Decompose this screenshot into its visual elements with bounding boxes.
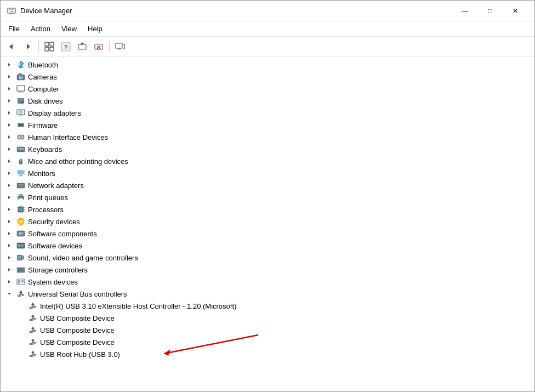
- usb-expand-btn[interactable]: [5, 289, 14, 298]
- firmware-expand-btn[interactable]: [5, 121, 14, 129]
- svg-rect-14: [78, 44, 86, 49]
- usb-root-hub-icon: [28, 349, 38, 359]
- svg-marker-22: [8, 63, 10, 66]
- tree-item-usb-composite-1[interactable]: USB Composite Device: [1, 312, 534, 324]
- tree-item-disk-drives[interactable]: Disk drives: [1, 95, 534, 107]
- usb-intel-label: Intel(R) USB 3.10 eXtensible Host Contro…: [40, 302, 236, 310]
- display-adapters-expand-btn[interactable]: [5, 109, 14, 117]
- svg-rect-28: [19, 73, 21, 75]
- svg-marker-24: [8, 75, 10, 78]
- network-adapters-icon: [16, 180, 26, 190]
- computer-expand-btn[interactable]: [5, 84, 14, 93]
- cameras-expand-btn[interactable]: [5, 72, 14, 81]
- security-devices-icon: [16, 217, 26, 226]
- tree-item-system-devices[interactable]: System devices: [1, 276, 534, 288]
- toolbar-separator-1: [38, 41, 39, 52]
- tree-item-usb-root-hub[interactable]: USB Root Hub (USB 3.0): [1, 348, 534, 360]
- tree-item-usb[interactable]: Universal Serial Bus controllers: [1, 288, 534, 300]
- storage-icon: [16, 265, 26, 275]
- tree-item-mice[interactable]: Mice and other pointing devices: [1, 155, 534, 167]
- sound-expand-btn[interactable]: [5, 253, 14, 262]
- back-button[interactable]: [4, 39, 19, 54]
- uninstall-icon: [94, 42, 104, 52]
- svg-rect-68: [19, 176, 23, 177]
- svg-text:?: ?: [64, 43, 68, 50]
- tree-item-hid[interactable]: Human Interface Devices: [1, 131, 534, 143]
- tree-item-storage[interactable]: Storage controllers: [1, 264, 534, 276]
- close-button[interactable]: ✕: [503, 2, 528, 20]
- svg-marker-138: [31, 327, 35, 329]
- forward-button[interactable]: [20, 39, 36, 54]
- svg-rect-76: [19, 198, 23, 201]
- tree-item-firmware[interactable]: Firmware: [1, 119, 534, 131]
- bluetooth-expand-btn[interactable]: [5, 60, 14, 69]
- svg-rect-11: [50, 47, 54, 51]
- device-tree[interactable]: BluetoothCamerasComputerDisk drivesDispl…: [1, 56, 534, 391]
- svg-rect-54: [18, 148, 19, 149]
- bluetooth-label: Bluetooth: [28, 61, 58, 69]
- tree-item-print-queues[interactable]: Print queues: [1, 191, 534, 203]
- menu-view[interactable]: View: [56, 22, 82, 35]
- mice-expand-btn[interactable]: [5, 157, 14, 166]
- software-devices-label: Software devices: [28, 242, 82, 250]
- tree-item-usb-intel[interactable]: Intel(R) USB 3.10 eXtensible Host Contro…: [1, 300, 534, 312]
- system-devices-expand-btn[interactable]: [5, 277, 14, 286]
- cameras-label: Cameras: [28, 73, 57, 81]
- toolbar-separator-2: [109, 41, 110, 52]
- svg-marker-144: [31, 339, 35, 341]
- svg-marker-120: [19, 291, 22, 293]
- usb-composite-3-label: USB Composite Device: [40, 338, 115, 346]
- scan-button[interactable]: [112, 39, 128, 54]
- svg-marker-93: [8, 220, 10, 223]
- svg-rect-16: [95, 44, 103, 49]
- tree-item-software-devices[interactable]: Software devices: [1, 240, 534, 252]
- menu-file[interactable]: File: [3, 22, 25, 35]
- software-devices-expand-btn[interactable]: [5, 241, 14, 250]
- network-adapters-expand-btn[interactable]: [5, 181, 14, 190]
- tree-item-software-components[interactable]: Software components: [1, 228, 534, 240]
- processors-icon: [16, 204, 26, 214]
- tree-item-monitors[interactable]: Monitors: [1, 167, 534, 179]
- processors-label: Processors: [28, 206, 64, 214]
- svg-marker-150: [31, 351, 35, 353]
- svg-marker-69: [8, 184, 10, 187]
- tree-item-bluetooth[interactable]: Bluetooth: [1, 59, 534, 71]
- svg-rect-43: [19, 124, 20, 126]
- tree-item-display-adapters[interactable]: Display adapters: [1, 107, 534, 119]
- tree-item-usb-composite-2[interactable]: USB Composite Device: [1, 324, 534, 336]
- keyboards-expand-btn[interactable]: [5, 145, 14, 154]
- tree-item-keyboards[interactable]: Keyboards: [1, 143, 534, 155]
- svg-rect-35: [19, 99, 23, 100]
- software-components-expand-btn[interactable]: [5, 229, 14, 238]
- minimize-button[interactable]: —: [452, 2, 477, 20]
- tree-item-computer[interactable]: Computer: [1, 83, 534, 95]
- tree-item-network-adapters[interactable]: Network adapters: [1, 179, 534, 191]
- svg-point-36: [22, 101, 24, 103]
- tree-item-sound[interactable]: Sound, video and game controllers: [1, 252, 534, 264]
- properties-button[interactable]: [42, 39, 57, 54]
- sound-icon: [16, 253, 26, 263]
- svg-rect-31: [19, 91, 22, 92]
- security-devices-expand-btn[interactable]: [5, 217, 14, 226]
- disk-drives-expand-btn[interactable]: [5, 96, 14, 105]
- svg-rect-142: [30, 331, 32, 333]
- update-driver-button[interactable]: [75, 39, 90, 54]
- hid-expand-btn[interactable]: [5, 133, 14, 141]
- tree-item-usb-composite-3[interactable]: USB Composite Device: [1, 336, 534, 348]
- tree-item-cameras[interactable]: Cameras: [1, 71, 534, 83]
- menu-action[interactable]: Action: [25, 22, 56, 35]
- processors-expand-btn[interactable]: [5, 205, 14, 214]
- storage-expand-btn[interactable]: [5, 265, 14, 274]
- tree-item-processors[interactable]: Processors: [1, 203, 534, 215]
- print-queues-expand-btn[interactable]: [5, 193, 14, 202]
- monitors-expand-btn[interactable]: [5, 169, 14, 178]
- help-button[interactable]: ?: [58, 39, 73, 54]
- uninstall-button[interactable]: [91, 39, 106, 54]
- maximize-button[interactable]: □: [477, 2, 503, 20]
- update-driver-icon: [77, 42, 87, 52]
- network-adapters-label: Network adapters: [28, 181, 84, 190]
- hid-label: Human Interface Devices: [28, 133, 108, 141]
- software-components-label: Software components: [28, 230, 97, 238]
- tree-item-security-devices[interactable]: Security devices: [1, 215, 534, 228]
- menu-help[interactable]: Help: [82, 22, 108, 35]
